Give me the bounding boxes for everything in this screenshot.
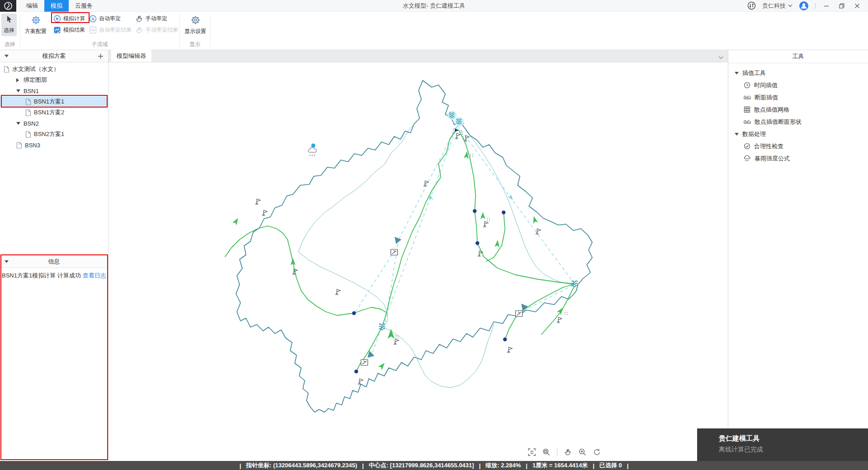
link-line[interactable] [355,254,392,312]
menu-edit[interactable]: 编辑 [20,0,44,12]
station-marker[interactable] [262,210,268,216]
tree-item-bsn3[interactable]: BSN3 [0,140,108,150]
status-selected-count: 已选择 0 [599,461,622,470]
station-marker[interactable] [424,181,429,186]
manual-calibration-button[interactable]: 手动率定 [136,14,167,23]
menu-simulate[interactable]: 模拟 [44,0,69,12]
status-map-scale: 1厘米 = 1654.4414米 [533,461,588,470]
station-marker[interactable] [358,379,363,384]
tree-item-bsn1[interactable]: BSN1 [0,85,108,96]
restore-button[interactable] [837,1,846,10]
river-reach[interactable] [542,287,574,334]
tree-item-bsn1-scheme1[interactable]: BSN1方案1 [0,96,108,107]
add-scheme-button[interactable] [98,53,104,59]
tree-item-bsn1-scheme2[interactable]: BSN1方案2 [0,107,108,118]
view-log-link[interactable]: 查看日志 [83,272,106,279]
zoom-window-icon[interactable] [542,448,550,456]
station-marker[interactable] [255,199,261,204]
station-marker[interactable] [335,289,341,295]
tool-scatter-section-shape[interactable]: 散点插值断面形状 [728,116,868,128]
node-marker[interactable] [352,311,356,315]
flow-arrow[interactable] [232,216,241,225]
tool-rationality-check[interactable]: 合理性检查 [728,140,868,152]
tree-item-project[interactable]: 水文测试（水文） [0,64,108,75]
station-marker[interactable] [483,221,489,227]
divider [815,3,816,9]
tool-section-interpolation[interactable]: 断面插值 [728,91,868,103]
station-marker[interactable] [557,317,562,323]
tool-scatter-grid-interpolation[interactable]: 散点插值网格 [728,103,868,116]
fit-extent-icon[interactable] [528,448,536,456]
flow-arrow[interactable] [495,240,500,248]
station-marker[interactable] [394,339,399,344]
node-marker[interactable] [473,209,476,213]
node-marker[interactable] [476,241,479,245]
tab-model-editor[interactable]: 模型编辑器 [111,50,151,62]
scheme-config-button[interactable]: 方案配置 [22,14,49,37]
tool-item-label: 暴雨强度公式 [755,155,790,163]
avatar[interactable] [799,1,809,11]
collapse-arrow-icon[interactable] [5,260,9,263]
org-name: 贵仁科技 [762,2,786,10]
file-icon [25,109,31,116]
gate-marker[interactable] [361,360,368,366]
station-marker[interactable] [507,347,513,352]
collapse-arrow-icon[interactable] [5,55,9,57]
tool-item-label: 断面插值 [755,94,778,102]
river-reach[interactable] [486,212,505,261]
reservoir-marker[interactable] [395,237,401,244]
rain-station-marker[interactable] [308,144,316,156]
tab-list-chevron-icon[interactable] [718,56,723,59]
collapse-arrow-icon[interactable] [16,122,21,125]
scheme-panel-header: 模拟方案 [0,50,108,62]
menu-bar: 编辑 模拟 云服务 [20,0,99,12]
tree-item-label: 绑定图层 [24,76,47,84]
menu-cloud[interactable]: 云服务 [69,0,99,12]
gate-marker[interactable] [516,311,523,317]
river-reach[interactable] [459,130,574,284]
display-settings-button[interactable]: 显示设置 [182,14,208,37]
simulate-calc-button[interactable]: 模拟计算 [53,14,85,23]
tool-time-interpolation[interactable]: 时间插值 [728,79,868,91]
org-switcher[interactable]: 贵仁科技 [762,2,793,10]
tree-item-bound-layers[interactable]: 绑定图层 [0,75,108,85]
tree-item-bsn2-scheme1[interactable]: BSN2方案1 [0,129,108,140]
collapse-arrow-icon[interactable] [16,89,21,92]
node-marker[interactable] [503,338,507,341]
node-marker[interactable] [354,370,358,373]
model-editor-canvas[interactable] [108,62,728,461]
select-tool-button[interactable]: 选择 [1,14,17,36]
gate-marker[interactable] [391,249,398,255]
tree-item-bsn2[interactable]: BSN2 [0,118,108,129]
tree-item-label: BSN1 [24,88,39,94]
simulate-result-button[interactable]: 模拟结果 [53,25,85,34]
pan-hand-icon[interactable] [564,448,572,456]
node-marker[interactable] [502,211,505,214]
tool-storm-intensity-formula[interactable]: 暴雨强度公式 [728,152,868,164]
station-marker[interactable] [455,133,461,139]
flow-arrow[interactable] [531,216,538,224]
link-line[interactable] [373,328,382,352]
auto-calibration-button[interactable]: A 自动率定 [89,14,121,23]
expand-arrow-icon[interactable] [16,78,21,82]
flow-arrow[interactable] [387,329,394,338]
link-line[interactable] [526,285,573,309]
link-line[interactable] [385,127,457,324]
sync-icon[interactable] [747,1,756,10]
close-button[interactable] [853,1,862,10]
flow-arrow[interactable] [378,362,387,370]
refresh-icon[interactable] [593,448,601,456]
flow-arrow[interactable] [481,212,486,219]
play-circle-icon [53,15,61,23]
tree-item-label: BSN1方案2 [34,108,64,117]
minimize-button[interactable] [822,1,831,10]
link-line[interactable] [382,126,458,326]
tool-group-data-processing[interactable]: 数据处理 [728,128,868,140]
river-reach[interactable] [356,327,382,371]
manual-calibration-result-button: 手动率定结果 [136,25,178,34]
notification-toast[interactable]: 贵仁建模工具 离线计算已完成 [697,428,868,461]
titlebar: 编辑 模拟 云服务 水文模型- 贵仁建模工具 贵仁科技 [0,0,868,12]
station-marker[interactable] [536,229,541,234]
zoom-in-icon[interactable] [579,448,586,456]
tool-group-interpolation[interactable]: 插值工具 [728,67,868,79]
